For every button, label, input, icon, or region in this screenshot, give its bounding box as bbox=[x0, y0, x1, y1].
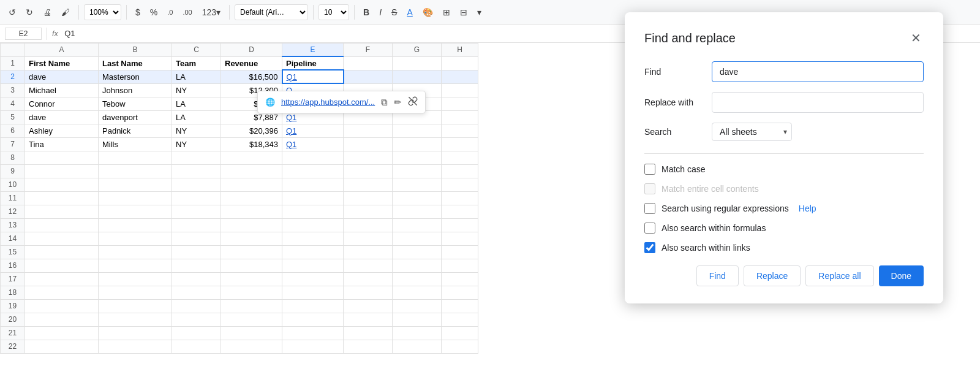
dialog-header: Find and replace ✕ bbox=[644, 29, 924, 47]
cell-h3[interactable] bbox=[442, 83, 478, 97]
row-num-15: 15 bbox=[1, 245, 25, 259]
search-select[interactable]: All sheets This sheet Specific range bbox=[712, 123, 792, 141]
cell-a3[interactable]: Michael bbox=[25, 83, 99, 97]
more-formats-button[interactable]: ▾ bbox=[473, 5, 485, 20]
percent-button[interactable]: % bbox=[146, 5, 161, 20]
cell-b5[interactable]: davenport bbox=[99, 110, 172, 124]
cell-c4[interactable]: LA bbox=[172, 97, 221, 110]
cell-b1[interactable]: Last Name bbox=[99, 56, 172, 70]
cell-g6[interactable] bbox=[393, 124, 442, 137]
links-checkbox[interactable] bbox=[644, 242, 655, 253]
cell-d6[interactable]: $20,396 bbox=[221, 124, 282, 137]
borders-button[interactable]: ⊞ bbox=[439, 5, 454, 20]
redo-button[interactable]: ↻ bbox=[22, 5, 37, 20]
cell-b7[interactable]: Mills bbox=[99, 137, 172, 151]
cell-a2[interactable]: dave bbox=[25, 70, 99, 83]
undo-button[interactable]: ↺ bbox=[5, 5, 20, 20]
cell-c6[interactable]: NY bbox=[172, 124, 221, 137]
decimal0-button[interactable]: .0 bbox=[164, 6, 176, 18]
done-button[interactable]: Done bbox=[879, 265, 924, 286]
col-header-e[interactable]: E bbox=[282, 44, 344, 57]
cell-c7[interactable]: NY bbox=[172, 137, 221, 151]
cell-link-e5[interactable]: Q1 bbox=[286, 113, 296, 122]
col-header-f[interactable]: F bbox=[344, 44, 393, 57]
find-button[interactable]: Find bbox=[696, 265, 739, 286]
cell-d1[interactable]: Revenue bbox=[221, 56, 282, 70]
cell-g1[interactable] bbox=[393, 56, 442, 70]
formulas-checkbox[interactable] bbox=[644, 223, 655, 234]
copy-link-button[interactable]: ⧉ bbox=[381, 97, 388, 108]
font-select[interactable]: Default (Ari… bbox=[235, 4, 308, 20]
cell-link-e2[interactable]: Q1 bbox=[287, 72, 297, 82]
cell-h1[interactable] bbox=[442, 56, 478, 70]
zoom-select[interactable]: 100% 75% 50% bbox=[84, 4, 121, 20]
cell-a1[interactable]: First Name bbox=[25, 56, 99, 70]
cell-link-e6[interactable]: Q1 bbox=[286, 126, 296, 135]
find-input[interactable] bbox=[712, 61, 924, 82]
col-header-b[interactable]: B bbox=[99, 44, 172, 57]
dollar-button[interactable]: $ bbox=[132, 5, 144, 20]
cell-c2[interactable]: LA bbox=[172, 70, 221, 83]
cell-f1[interactable] bbox=[344, 56, 393, 70]
cell-b4[interactable]: Tebow bbox=[99, 97, 172, 110]
italic-button[interactable]: I bbox=[375, 5, 385, 20]
col-header-g[interactable]: G bbox=[393, 44, 442, 57]
col-header-c[interactable]: C bbox=[172, 44, 221, 57]
cell-reference[interactable]: E2 bbox=[5, 28, 42, 40]
cell-a5[interactable]: dave bbox=[25, 110, 99, 124]
regex-help-link[interactable]: Help bbox=[799, 204, 816, 213]
print-button[interactable]: 🖨 bbox=[39, 5, 55, 20]
cell-f2[interactable] bbox=[344, 70, 393, 83]
cell-c5[interactable]: LA bbox=[172, 110, 221, 124]
replace-button[interactable]: Replace bbox=[744, 265, 801, 286]
cell-e7[interactable]: Q1 bbox=[282, 137, 344, 151]
replace-input[interactable] bbox=[712, 92, 924, 113]
match-entire-checkbox[interactable] bbox=[644, 183, 655, 194]
cell-e6[interactable]: Q1 bbox=[282, 124, 344, 137]
replace-label: Replace with bbox=[644, 97, 712, 107]
bold-button[interactable]: B bbox=[360, 5, 373, 20]
cell-c3[interactable]: NY bbox=[172, 83, 221, 97]
cell-d7[interactable]: $18,343 bbox=[221, 137, 282, 151]
fill-color-button[interactable]: 🎨 bbox=[419, 5, 437, 20]
row-num-16: 16 bbox=[1, 259, 25, 272]
col-header-a[interactable]: A bbox=[25, 44, 99, 57]
decimal00-button[interactable]: .00 bbox=[179, 6, 195, 18]
size-select[interactable]: 10 12 14 bbox=[318, 4, 349, 20]
cell-b2[interactable]: Masterson bbox=[99, 70, 172, 83]
cell-h6[interactable] bbox=[442, 124, 478, 137]
cell-g7[interactable] bbox=[393, 137, 442, 151]
cell-a7[interactable]: Tina bbox=[25, 137, 99, 151]
link-url[interactable]: https://app.hubspot.com/... bbox=[281, 97, 375, 107]
unlink-button[interactable] bbox=[408, 96, 418, 108]
cell-h7[interactable] bbox=[442, 137, 478, 151]
cell-d2[interactable]: $16,500 bbox=[221, 70, 282, 83]
edit-link-button[interactable]: ✏ bbox=[394, 97, 402, 108]
cell-b6[interactable]: Padnick bbox=[99, 124, 172, 137]
cell-h4[interactable] bbox=[442, 97, 478, 110]
cell-h5[interactable] bbox=[442, 110, 478, 124]
cell-f6[interactable] bbox=[344, 124, 393, 137]
cell-a4[interactable]: Connor bbox=[25, 97, 99, 110]
format123-button[interactable]: 123▾ bbox=[198, 5, 224, 20]
cell-link-e7[interactable]: Q1 bbox=[286, 140, 296, 149]
cell-e2[interactable]: Q1 bbox=[282, 70, 344, 83]
cell-h2[interactable] bbox=[442, 70, 478, 83]
merge-button[interactable]: ⊟ bbox=[456, 5, 471, 20]
strikethrough-button[interactable]: S bbox=[388, 5, 401, 20]
match-case-checkbox[interactable] bbox=[644, 164, 655, 175]
cell-e1[interactable]: Pipeline bbox=[282, 56, 344, 70]
cell-c1[interactable]: Team bbox=[172, 56, 221, 70]
cell-b3[interactable]: Johnson bbox=[99, 83, 172, 97]
replace-all-button[interactable]: Replace all bbox=[805, 265, 873, 286]
cell-g2[interactable] bbox=[393, 70, 442, 83]
paint-format-button[interactable]: 🖌 bbox=[58, 5, 74, 20]
links-row: Also search within links bbox=[644, 242, 924, 253]
col-header-h[interactable]: H bbox=[442, 44, 478, 57]
dialog-close-button[interactable]: ✕ bbox=[908, 29, 924, 47]
underline-button[interactable]: A bbox=[403, 5, 416, 20]
col-header-d[interactable]: D bbox=[221, 44, 282, 57]
cell-a6[interactable]: Ashley bbox=[25, 124, 99, 137]
cell-f7[interactable] bbox=[344, 137, 393, 151]
regex-checkbox[interactable] bbox=[644, 203, 655, 214]
